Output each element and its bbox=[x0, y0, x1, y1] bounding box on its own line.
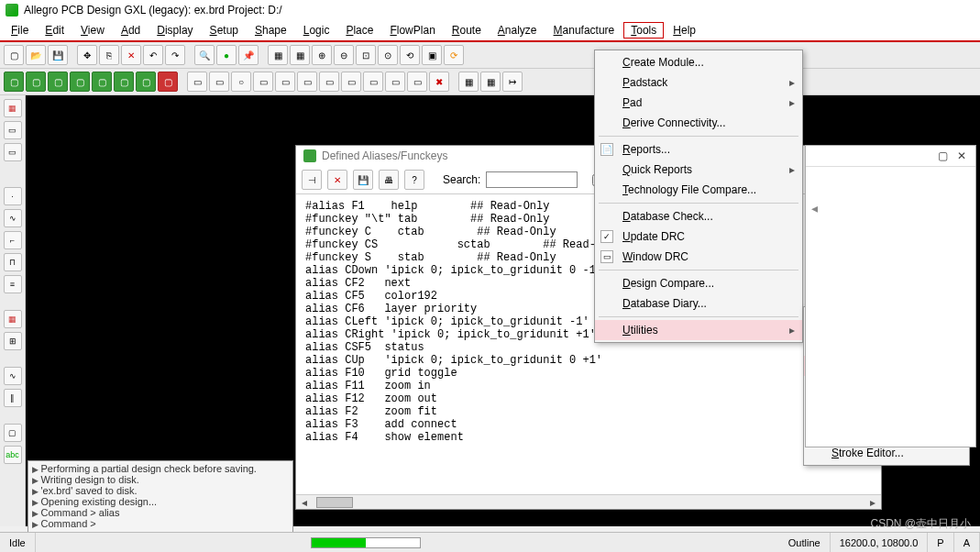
vt2-icon[interactable]: ▭ bbox=[4, 121, 22, 139]
back-icon[interactable]: ◂ bbox=[811, 201, 818, 215]
vt6-icon[interactable]: ⌐ bbox=[4, 231, 22, 249]
save-icon[interactable]: 💾 bbox=[353, 170, 373, 190]
menu-help[interactable]: Help bbox=[666, 22, 703, 39]
menu-setup[interactable]: Setup bbox=[203, 22, 246, 39]
log-line: Writing design to disk. bbox=[32, 474, 289, 485]
grid2-icon[interactable]: ▦ bbox=[290, 45, 310, 65]
save-icon[interactable]: 💾 bbox=[48, 45, 68, 65]
menu-shape[interactable]: Shape bbox=[248, 22, 294, 39]
menuitem-quick-reports[interactable]: Quick Reports bbox=[595, 160, 802, 180]
vt1-icon[interactable]: ▦ bbox=[4, 99, 22, 117]
help-icon[interactable]: ? bbox=[404, 170, 424, 190]
shape1-icon[interactable]: ▭ bbox=[187, 72, 207, 92]
menuitem-derive-connectivity-[interactable]: Derive Connectivity... bbox=[595, 113, 802, 133]
close-icon[interactable]: ✕ bbox=[327, 170, 347, 190]
menu-display[interactable]: Display bbox=[149, 22, 200, 39]
shape2-icon[interactable]: ▭ bbox=[209, 72, 229, 92]
mode8-icon[interactable]: ▢ bbox=[158, 72, 178, 92]
dim-icon[interactable]: ↦ bbox=[502, 72, 523, 92]
menuitem-update-drc[interactable]: ✓Update DRC bbox=[595, 226, 802, 247]
shape6-icon[interactable]: ▭ bbox=[297, 72, 317, 92]
vt14-icon[interactable]: abc bbox=[4, 446, 22, 464]
menuitem-reports-[interactable]: 📄Reports... bbox=[595, 139, 802, 160]
menuitem-design-compare-[interactable]: Design Compare... bbox=[595, 273, 802, 293]
menuitem-database-check-[interactable]: Database Check... bbox=[595, 206, 802, 226]
shape3-icon[interactable]: ○ bbox=[231, 72, 251, 92]
vt8-icon[interactable]: ≡ bbox=[4, 275, 22, 293]
refresh-icon[interactable]: ⟳ bbox=[444, 45, 464, 65]
menu-edit[interactable]: Edit bbox=[38, 22, 72, 39]
zoomwin-icon[interactable]: ▣ bbox=[422, 45, 442, 65]
grid-icon[interactable]: ▦ bbox=[268, 45, 288, 65]
zoomin-icon[interactable]: ⊕ bbox=[312, 45, 332, 65]
vt5-icon[interactable]: ∿ bbox=[4, 209, 22, 227]
pin-icon[interactable]: 📌 bbox=[238, 45, 259, 65]
menuitem-database-diary-[interactable]: Database Diary... bbox=[595, 293, 802, 314]
mode5-icon[interactable]: ▢ bbox=[92, 72, 112, 92]
vt10-icon[interactable]: ⊞ bbox=[4, 332, 22, 350]
menuitem-technology-file-compare-[interactable]: Technology File Compare... bbox=[595, 180, 802, 200]
vt12-icon[interactable]: ∥ bbox=[4, 389, 22, 407]
delete-icon[interactable]: ✕ bbox=[121, 45, 141, 65]
vt11-icon[interactable]: ∿ bbox=[4, 367, 22, 385]
pin-icon[interactable]: ⊣ bbox=[302, 170, 322, 190]
mode2-icon[interactable]: ▢ bbox=[26, 72, 46, 92]
menu-route[interactable]: Route bbox=[445, 22, 489, 39]
menuitem-pad[interactable]: Pad bbox=[595, 93, 802, 113]
vt9-icon[interactable]: ▦ bbox=[4, 310, 22, 328]
mode7-icon[interactable]: ▢ bbox=[136, 72, 156, 92]
shape5-icon[interactable]: ▭ bbox=[275, 72, 295, 92]
shape8-icon[interactable]: ▭ bbox=[341, 72, 361, 92]
vt4-icon[interactable]: · bbox=[4, 187, 22, 205]
vt13-icon[interactable]: ▢ bbox=[4, 424, 22, 442]
new-icon[interactable]: ▢ bbox=[4, 45, 24, 65]
status-snap[interactable]: A bbox=[954, 533, 980, 552]
zoomfit-icon[interactable]: ⊡ bbox=[356, 45, 376, 65]
search-label: Search: bbox=[443, 173, 480, 186]
redo-icon[interactable]: ↷ bbox=[165, 45, 185, 65]
menu-add[interactable]: Add bbox=[114, 22, 148, 39]
zoomprev-icon[interactable]: ⟲ bbox=[400, 45, 420, 65]
route2-icon[interactable]: ▦ bbox=[480, 72, 501, 92]
menu-manufacture[interactable]: Manufacture bbox=[546, 22, 622, 39]
shapedel-icon[interactable]: ✖ bbox=[429, 72, 449, 92]
menuitem-window-drc[interactable]: ▭Window DRC bbox=[595, 247, 802, 267]
shape11-icon[interactable]: ▭ bbox=[407, 72, 427, 92]
shape7-icon[interactable]: ▭ bbox=[319, 72, 339, 92]
mode1-icon[interactable]: ▢ bbox=[4, 72, 24, 92]
undo-icon[interactable]: ↶ bbox=[143, 45, 163, 65]
menu-logic[interactable]: Logic bbox=[296, 22, 337, 39]
shape9-icon[interactable]: ▭ bbox=[363, 72, 383, 92]
vt3-icon[interactable]: ▭ bbox=[4, 143, 22, 161]
mode6-icon[interactable]: ▢ bbox=[114, 72, 134, 92]
menuitem-utilities[interactable]: Utilities bbox=[595, 320, 802, 340]
print-icon[interactable]: 🖶 bbox=[379, 170, 399, 190]
zoomsel-icon[interactable]: ⊙ bbox=[378, 45, 398, 65]
menu-file[interactable]: File bbox=[4, 22, 36, 39]
menu-place[interactable]: Place bbox=[338, 22, 380, 39]
dialog-hscroll[interactable]: ◂ ▸ bbox=[296, 494, 881, 509]
shape10-icon[interactable]: ▭ bbox=[385, 72, 405, 92]
marker-icon[interactable]: ● bbox=[216, 45, 237, 65]
zoom-icon[interactable]: 🔍 bbox=[194, 45, 215, 65]
menu-analyze[interactable]: Analyze bbox=[490, 22, 545, 39]
menuitem-padstack[interactable]: Padstack bbox=[595, 72, 802, 93]
copy-icon[interactable]: ⎘ bbox=[99, 45, 119, 65]
search-input[interactable] bbox=[486, 171, 578, 188]
menu-view[interactable]: View bbox=[73, 22, 112, 39]
status-mode[interactable]: P bbox=[928, 533, 953, 552]
menuitem-create-module-[interactable]: Create Module... bbox=[595, 52, 802, 72]
vt7-icon[interactable]: ⊓ bbox=[4, 253, 22, 271]
close-icon[interactable]: ✕ bbox=[957, 149, 966, 162]
maximize-icon[interactable]: ▢ bbox=[938, 149, 948, 162]
scroll-thumb[interactable] bbox=[316, 497, 353, 508]
shape4-icon[interactable]: ▭ bbox=[253, 72, 273, 92]
route1-icon[interactable]: ▦ bbox=[458, 72, 479, 92]
menu-flowplan[interactable]: FlowPlan bbox=[382, 22, 442, 39]
menu-tools[interactable]: Tools bbox=[623, 22, 664, 39]
move-icon[interactable]: ✥ bbox=[77, 45, 97, 65]
zoomout-icon[interactable]: ⊖ bbox=[334, 45, 354, 65]
open-icon[interactable]: 📂 bbox=[26, 45, 46, 65]
mode4-icon[interactable]: ▢ bbox=[70, 72, 90, 92]
mode3-icon[interactable]: ▢ bbox=[48, 72, 68, 92]
